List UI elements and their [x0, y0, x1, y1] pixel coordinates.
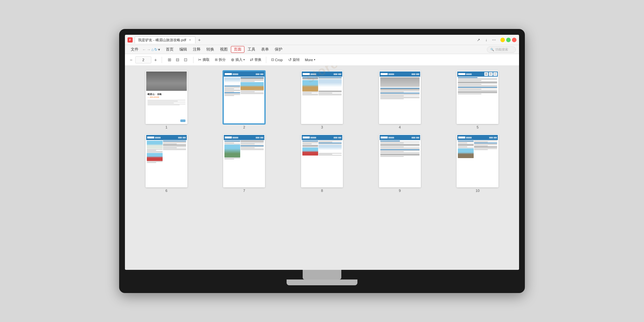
page-item-8: 8	[286, 134, 358, 193]
toolbar-separator-3	[266, 57, 266, 63]
scroll-page-icon: ⊡	[184, 57, 187, 62]
monitor-stand-neck	[303, 270, 341, 279]
two-page-btn[interactable]: ⊟	[174, 56, 181, 63]
nav-home-icon[interactable]: ⌂	[151, 47, 154, 52]
page1-title: 峨眉山 · 攻略	[147, 93, 185, 96]
menu-convert[interactable]: 转换	[204, 46, 217, 52]
menu-file[interactable]: 文件	[128, 46, 141, 52]
page-thumb-3[interactable]	[301, 71, 343, 124]
nav-dropdown-icon[interactable]: ▾	[158, 47, 160, 52]
nav-forward-icon[interactable]: →	[147, 47, 151, 52]
page-num-1: 1	[166, 125, 167, 129]
more-label: More	[305, 58, 313, 62]
page-item-7: 7	[208, 134, 281, 193]
nav-refresh-icon[interactable]: ↻	[154, 47, 157, 52]
page5-corner-icons: ⊞ ⊟ ⊡	[484, 72, 497, 76]
insert-btn[interactable]: ⊕ 插入 ▾	[229, 56, 247, 63]
page-num-9: 9	[399, 189, 401, 193]
page-thumb-10[interactable]	[457, 134, 498, 187]
replace-icon: ⇄	[250, 57, 253, 62]
page-item-10: 10	[441, 134, 514, 193]
replace-label: 替换	[254, 57, 261, 62]
download-icon[interactable]: ↓	[484, 37, 489, 43]
menu-form[interactable]: 表单	[259, 46, 271, 52]
single-page-icon: ⊞	[168, 57, 171, 62]
insert-dropdown-icon: ▾	[243, 58, 245, 61]
page-item-3: 3	[286, 71, 358, 129]
rotate-icon: ↺	[288, 57, 292, 62]
new-tab-button[interactable]: +	[196, 37, 203, 43]
replace-btn[interactable]: ⇄ 替换	[248, 56, 263, 63]
page-num-6: 6	[166, 189, 167, 193]
tab-close-button[interactable]: ×	[188, 38, 192, 42]
zoom-out-button[interactable]: −	[128, 56, 135, 63]
crop-btn[interactable]: ⊡ Crop	[269, 57, 285, 63]
extract-btn[interactable]: ✂ 摘取	[196, 56, 212, 63]
page-num-8: 8	[321, 189, 323, 193]
tab-title: 我是驴友 - 峨眉山旅游攻略.pdf	[138, 38, 186, 43]
toolbar: − + ⊞ ⊟ ⊡ ✂ 摘取	[125, 54, 519, 66]
active-tab[interactable]: 我是驴友 - 峨眉山旅游攻略.pdf ×	[135, 36, 195, 43]
zoom-input[interactable]	[135, 56, 151, 63]
menu-tools[interactable]: 工具	[245, 46, 258, 52]
monitor-stand-base	[287, 279, 357, 285]
page-layout-group: ⊞ ⊟ ⊡	[165, 56, 191, 63]
external-link-icon[interactable]: ↗	[476, 37, 481, 43]
app-window: F 我是驴友 - 峨眉山旅游攻略.pdf × + ↗ ↓ ⋯	[125, 35, 519, 270]
nav-back-icon[interactable]: ←	[142, 47, 146, 52]
page-thumb-8[interactable]	[301, 134, 343, 187]
insert-label: 插入	[235, 57, 242, 62]
monitor: F 我是驴友 - 峨眉山旅游攻略.pdf × + ↗ ↓ ⋯	[119, 29, 525, 293]
toolbar-separator-2	[193, 57, 194, 63]
search-placeholder: 功能搜索	[495, 47, 508, 52]
menu-home[interactable]: 首页	[163, 46, 176, 52]
rotate-btn[interactable]: ↺ 旋转	[286, 56, 302, 63]
scroll-page-btn[interactable]: ⊡	[182, 56, 189, 63]
app-icon: F	[128, 37, 133, 43]
more-btn[interactable]: More ▾	[303, 57, 317, 63]
page-num-10: 10	[476, 189, 479, 193]
close-button[interactable]	[512, 38, 516, 42]
menu-page[interactable]: 页面	[231, 46, 244, 53]
page-item-2: 2	[208, 71, 281, 129]
zoom-control: − +	[128, 56, 159, 63]
more-icon[interactable]: ⋯	[491, 37, 497, 43]
page-thumb-7[interactable]	[223, 134, 265, 187]
page-num-4: 4	[399, 125, 401, 129]
page-thumb-5[interactable]: ⊞ ⊟ ⊡	[457, 71, 498, 124]
menu-view[interactable]: 视图	[217, 46, 230, 52]
page-item-1: 峨眉山 · 攻略 ——峨眉山旅游攻略	[130, 71, 203, 129]
main-content: store 峨眉山 · 攻略 ——峨眉山旅游攻略	[125, 66, 519, 270]
page-item-5: ⊞ ⊟ ⊡	[441, 71, 514, 129]
function-search[interactable]: 🔍 功能搜索	[487, 46, 516, 53]
page-num-3: 3	[321, 125, 323, 129]
pages-grid: 峨眉山 · 攻略 ——峨眉山旅游攻略	[130, 71, 514, 193]
page-num-5: 5	[477, 125, 478, 129]
corner-icon-1: ⊞	[484, 72, 488, 76]
crop-icon: ⊡	[271, 58, 274, 62]
split-btn[interactable]: ⊞ 拆分	[213, 56, 228, 63]
menu-protect[interactable]: 保护	[272, 46, 285, 52]
more-dropdown-icon: ▾	[314, 58, 315, 61]
insert-icon: ⊕	[231, 57, 234, 62]
single-page-btn[interactable]: ⊞	[166, 56, 173, 63]
corner-icon-2: ⊟	[489, 72, 493, 76]
maximize-button[interactable]	[506, 38, 511, 42]
page1-subtitle: ——峨眉山旅游攻略	[147, 96, 185, 98]
menu-edit[interactable]: 编辑	[177, 46, 190, 52]
minimize-button[interactable]	[500, 38, 505, 42]
titlebar-action-icons: ↗ ↓ ⋯	[476, 37, 497, 43]
two-page-icon: ⊟	[176, 57, 179, 62]
page-thumb-6[interactable]	[146, 134, 187, 187]
page-thumb-2[interactable]	[223, 71, 265, 124]
menubar: 文件 ← → ⌂ ↻ ▾ 首页 编辑 注释 转换 视图 页面 工具 表单 保护	[125, 45, 519, 54]
toolbar-separator-1	[162, 57, 162, 63]
corner-icon-3: ⊡	[493, 72, 497, 76]
page-thumb-9[interactable]	[379, 134, 421, 187]
page-thumb-1[interactable]: 峨眉山 · 攻略 ——峨眉山旅游攻略	[146, 71, 187, 124]
menu-comment[interactable]: 注释	[190, 46, 203, 52]
zoom-in-button[interactable]: +	[152, 56, 159, 63]
split-label: 拆分	[219, 57, 226, 62]
page-thumb-4[interactable]	[379, 71, 421, 124]
titlebar: F 我是驴友 - 峨眉山旅游攻略.pdf × + ↗ ↓ ⋯	[125, 35, 519, 45]
